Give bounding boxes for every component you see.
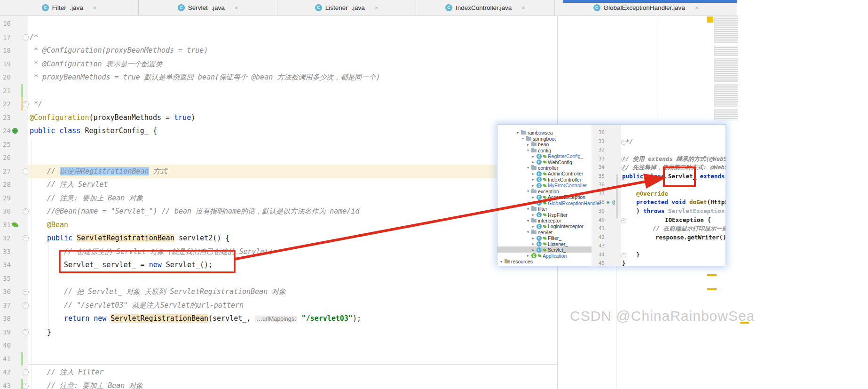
tree-item-MyErrorController[interactable]: ▸CMyErrorController [531,183,587,189]
tree-arrow-icon[interactable]: ▸ [531,242,535,246]
tab-close-icon[interactable]: × [235,4,238,11]
tree-item-Application[interactable]: ▸CApplication [526,253,567,259]
tree-item-label: RegisterConfig_ [548,153,583,159]
folder-icon [531,207,537,211]
code-segment: } [622,260,626,266]
line-number: 22 [3,97,18,111]
tree-item-Filter_[interactable]: ▸CFilter_ [531,235,561,241]
tree-item-springboot[interactable]: ▾springboot [521,135,556,142]
fold-end-icon[interactable]: ⌃ [23,383,29,389]
tab-Servlet_.java[interactable]: CServlet_.java× [139,0,277,16]
code-line: public class RegisterConfig_ { [30,124,157,138]
popup-code-line: ) throws ServletException, [636,207,726,216]
tree-item-controller[interactable]: ▾controller [526,165,558,171]
tree-item-Listener_[interactable]: ▸CListener_ [531,241,568,247]
tree-item-exception[interactable]: ▾exception [526,189,559,195]
fold-start-icon[interactable]: − [23,369,29,375]
tab-Listener_.java[interactable]: CListener_.java× [277,0,416,16]
tab-close-icon[interactable]: × [375,4,379,11]
tab-close-icon[interactable]: × [521,4,525,11]
code-segment: return new [64,314,110,323]
code-segment: IOException { [665,216,711,223]
line-number: 39 [3,325,18,339]
tree-item-filter[interactable]: ▾filter [526,206,547,212]
tree-arrow-icon[interactable]: ▾ [526,166,530,170]
tree-arrow-icon[interactable]: ▸ [526,143,530,147]
fold-end-icon[interactable]: ⌃ [23,101,29,107]
tree-arrow-icon[interactable]: ▾ [526,219,530,223]
minimap-page-thumbnail [714,16,738,43]
tab-IndexController.java[interactable]: CIndexController.java× [416,0,555,16]
fold-end-icon[interactable]: ⌃ [23,208,29,214]
class-icon: C [537,183,542,188]
tree-arrow-icon[interactable]: ▸ [531,177,535,182]
code-segment: */ [626,138,633,145]
tab-Filter_.java[interactable]: CFilter_.java× [0,0,139,16]
tree-item-AccessException[interactable]: ▸CAccessException [531,194,585,200]
tree-item-AdminController[interactable]: ▸CAdminController [531,171,583,177]
fold-end-icon[interactable]: ⌃ [621,253,626,258]
tree-arrow-icon[interactable]: ▾ [526,148,530,152]
popup-code-line: // 使用 extends 继承的方式(@WebServlet + @Servl… [622,155,726,164]
popup-line-number: 41 [592,224,605,233]
tab-close-icon[interactable]: × [93,4,97,11]
tree-arrow-icon[interactable]: ▾ [521,136,525,141]
tree-arrow-icon[interactable]: ▸ [526,254,530,258]
class-icon: C [315,4,322,11]
tab-label: Listener_.java [325,4,365,11]
code-segment: ) [191,113,195,122]
tree-item-rainbowsea[interactable]: ▾rainbowsea [516,130,553,136]
tree-arrow-icon[interactable]: ▸ [531,154,535,159]
tree-arrow-icon[interactable]: ▸ [531,213,535,217]
tree-arrow-icon[interactable]: ▾ [516,131,520,135]
tree-arrow-icon[interactable]: ▸ [531,195,535,199]
fold-end-icon[interactable]: ⌃ [23,302,29,309]
tree-arrow-icon[interactable]: ▾ [499,260,503,264]
tree-item-LoginInterceptor[interactable]: ▸CLoginInterceptor [531,223,584,230]
tree-item-config[interactable]: ▾config [526,147,551,153]
tab-close-icon[interactable]: × [695,4,699,11]
tree-arrow-icon[interactable]: ▾ [526,207,530,211]
tree-item-Servlet_[interactable]: ▸CServlet_ [531,247,566,253]
code-segment: /* [30,33,38,41]
tree-item-label: servlet [538,230,552,235]
tree-scrollbar-thumb[interactable] [616,174,618,219]
tree-arrow-icon[interactable]: ▸ [531,160,535,164]
tree-item-interceptor[interactable]: ▾interceptor [526,218,561,224]
code-line: // 注意: 要加上 Bean 对象 [47,379,143,389]
tree-item-RegisterConfig_[interactable]: ▸CRegisterConfig_ [531,153,583,159]
code-segment: ServletRegistrationBean [110,314,208,323]
class-icon: C [537,154,542,159]
fold-start-icon[interactable]: − [23,235,29,241]
tree-arrow-icon[interactable]: ▸ [531,236,535,240]
indent-guide [31,139,32,389]
class-icon: C [537,177,542,182]
fold-start-icon[interactable]: − [23,34,29,40]
tree-item-label: rainbowsea [528,130,553,135]
tree-arrow-icon[interactable]: ▸ [531,248,535,252]
tree-arrow-icon[interactable]: ▸ [531,172,535,176]
tree-item-bean[interactable]: ▸bean [526,142,549,148]
code-preview-popup[interactable]: ▾rainbowsea▾springboot▸bean▾config▸CRegi… [497,125,726,266]
tree-item-IndexController[interactable]: ▸CIndexController [531,177,581,183]
tree-item-label: Application [543,253,567,259]
code-segment: } [47,328,51,336]
tree-arrow-icon[interactable]: ▾ [526,230,530,234]
tree-item-servlet[interactable]: ▾servlet [526,230,552,236]
tree-item-GlobalExceptionHandler[interactable]: ▸CGlobalExceptionHandler [531,200,601,206]
tree-arrow-icon[interactable]: ▸ [531,201,535,205]
fold-start-icon[interactable]: − [23,289,29,295]
line-number: 34 [3,258,18,271]
tree-arrow-icon[interactable]: ▸ [531,183,535,188]
tree-item-resources[interactable]: ▾resources [499,259,533,265]
code-segment: // 注入 Filter [47,368,103,376]
tree-item-HspFilter[interactable]: ▸CHspFilter [531,212,568,218]
code-segment: // "/servlet03" 就是注入Servlet的url-pattern [64,301,244,310]
fold-start-icon[interactable]: − [621,218,626,223]
tree-arrow-icon[interactable]: ▾ [526,189,530,193]
tree-arrow-icon[interactable]: ▸ [531,224,535,229]
fold-end-icon[interactable]: ⌃ [23,329,29,335]
minimap-yellow-marker [707,16,713,23]
tree-item-WebConfig[interactable]: ▸CWebConfig [531,159,572,165]
code-segment: ServletRegistrationBean [77,234,174,242]
